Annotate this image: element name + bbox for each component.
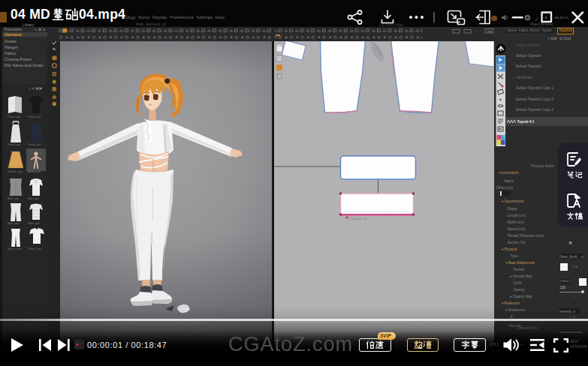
- svg-text:Mae_spo: Mae_spo: [28, 197, 39, 200]
- svg-text:2_Pattern 2D: 2_Pattern 2D: [349, 217, 367, 220]
- svg-text:Pencil_spo: Pencil_spo: [8, 143, 21, 146]
- svg-text:Pencil_spo: Pencil_spo: [8, 116, 21, 118]
- svg-text:Pencil_spo: Pencil_spo: [28, 116, 41, 118]
- svg-text:Male_spo: Male_spo: [28, 222, 40, 225]
- svg-text:Male_spo: Male_spo: [8, 197, 20, 200]
- svg-text:Avata_spo: Avata_spo: [28, 170, 41, 173]
- svg-text:Female_spo: Female_spo: [8, 170, 23, 173]
- svg-text:Jeans_reco: Jeans_reco: [8, 248, 22, 250]
- svg-text:Male_spo: Male_spo: [8, 222, 20, 225]
- svg-text:TShirt_spo: TShirt_spo: [28, 248, 41, 250]
- svg-text:Pencil_spo: Pencil_spo: [28, 143, 41, 146]
